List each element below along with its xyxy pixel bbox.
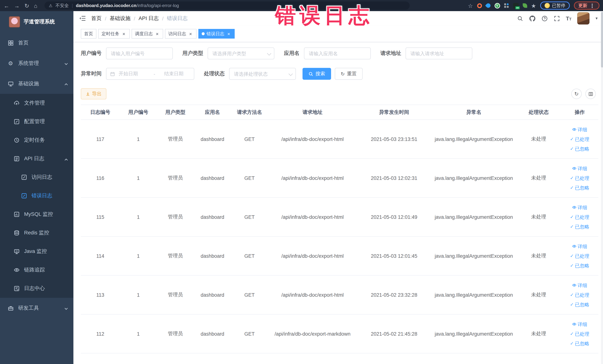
chart-icon bbox=[13, 211, 20, 218]
sidebar-item-error-log[interactable]: 错误日志 bbox=[0, 187, 73, 205]
tag-access-log[interactable]: 访问日志 × bbox=[165, 29, 197, 39]
font-size-icon[interactable]: TT bbox=[566, 15, 571, 21]
mark-ignored-link[interactable]: ✓已忽略 bbox=[570, 183, 589, 192]
sidebar-item-mysql-monitor[interactable]: MySQL 监控 bbox=[0, 205, 73, 224]
sidebar-item-api-log[interactable]: API 日志 bbox=[0, 150, 73, 168]
browser-forward-icon[interactable]: → bbox=[14, 3, 20, 8]
column-settings-button[interactable] bbox=[585, 89, 596, 99]
reset-button-label: 重置 bbox=[347, 70, 357, 77]
app-name-input[interactable] bbox=[304, 47, 371, 59]
tag-label: 调度日志 bbox=[135, 31, 153, 37]
browser-home-icon[interactable]: ⌂ bbox=[34, 3, 37, 8]
sidebar-item-label: 研发工具 bbox=[18, 305, 39, 311]
sidebar-item-scheduled-jobs[interactable]: 定时任务 bbox=[0, 131, 73, 150]
sidebar-item-dev-tools[interactable]: 研发工具 bbox=[0, 298, 73, 318]
cell-user-id: 1 bbox=[120, 175, 157, 181]
scrollbar[interactable] bbox=[601, 11, 603, 364]
reset-button[interactable]: ↻ 重置 bbox=[335, 68, 363, 80]
mark-processed-link[interactable]: ✓已处理 bbox=[570, 329, 589, 338]
tag-schedule-log[interactable]: 调度日志 × bbox=[132, 29, 163, 39]
sidebar-item-config-management[interactable]: 配置管理 bbox=[0, 112, 73, 131]
browser-back-icon[interactable]: ← bbox=[4, 3, 9, 8]
mark-ignored-link[interactable]: ✓已忽略 bbox=[570, 222, 589, 231]
process-status-select-input[interactable] bbox=[229, 68, 296, 80]
browser-profile-chip[interactable]: 已暂停 bbox=[540, 1, 570, 10]
sidebar-item-label: 文件管理 bbox=[24, 100, 45, 106]
browser-reload-icon[interactable]: ↻ bbox=[24, 3, 29, 8]
extension-drop-icon[interactable] bbox=[485, 2, 491, 9]
detail-link[interactable]: 详细 bbox=[572, 319, 587, 329]
detail-link[interactable]: 详细 bbox=[572, 164, 587, 173]
extensions-puzzle-icon[interactable]: ★ bbox=[531, 3, 536, 8]
sidebar-item-java-monitor[interactable]: Java 监控 bbox=[0, 242, 73, 261]
address-bar[interactable]: ⚠ 不安全 | dashboard.yudao.iocoder.cn/infra… bbox=[44, 1, 409, 10]
breadcrumb-infrastructure[interactable]: 基础设施 bbox=[110, 15, 130, 22]
tag-error-log[interactable]: 错误日志 × bbox=[198, 29, 235, 39]
mark-processed-link[interactable]: ✓已处理 bbox=[570, 251, 589, 260]
logo[interactable]: 芋道管理系统 bbox=[0, 11, 73, 33]
mark-ignored-link[interactable]: ✓已忽略 bbox=[570, 339, 589, 348]
user-avatar[interactable] bbox=[577, 12, 590, 24]
browser-update-button[interactable]: 更新 ⋮ bbox=[574, 1, 600, 10]
scrollbar-thumb[interactable] bbox=[601, 12, 603, 68]
cell-user-id: 1 bbox=[120, 214, 157, 220]
table-row: 117 1 管理员 dashboard GET /api/infra/db-do… bbox=[81, 120, 598, 159]
user-menu-caret-icon[interactable]: ▾ bbox=[596, 16, 598, 21]
request-url-input[interactable] bbox=[406, 47, 472, 59]
help-icon[interactable] bbox=[541, 15, 548, 22]
mark-ignored-link[interactable]: ✓已忽略 bbox=[570, 300, 589, 309]
cell-user-type: 管理员 bbox=[157, 175, 194, 181]
sidebar-item-redis-monitor[interactable]: Redis 监控 bbox=[0, 224, 73, 242]
user-type-select-input[interactable] bbox=[208, 47, 274, 59]
cell-actions: 详细 ✓已处理 ✓已忽略 bbox=[561, 164, 598, 192]
close-icon[interactable]: × bbox=[155, 31, 160, 36]
detail-link[interactable]: 详细 bbox=[572, 242, 587, 251]
browser-menu-icon[interactable]: ⋮ bbox=[590, 3, 595, 8]
sidebar-item-home[interactable]: 首页 bbox=[0, 33, 73, 53]
sidebar-item-tracing[interactable]: 链路追踪 bbox=[0, 261, 73, 279]
search-button[interactable]: 搜索 bbox=[302, 68, 331, 80]
mark-processed-link[interactable]: ✓已处理 bbox=[570, 212, 589, 222]
user-type-select[interactable] bbox=[208, 47, 274, 59]
process-status-select[interactable] bbox=[229, 68, 296, 80]
sidebar-item-log-center[interactable]: 日志中心 bbox=[0, 279, 73, 298]
search-icon[interactable] bbox=[517, 15, 523, 22]
sidebar-item-access-log[interactable]: 访问日志 bbox=[0, 168, 73, 187]
cell-log-id: 113 bbox=[81, 292, 120, 298]
sidebar-item-file-management[interactable]: 文件管理 bbox=[0, 94, 73, 112]
tag-home[interactable]: 首页 bbox=[81, 29, 96, 39]
user-id-input[interactable] bbox=[106, 47, 173, 59]
breadcrumb-home[interactable]: 首页 bbox=[91, 15, 102, 22]
sidebar-item-system[interactable]: ⚙ 系统管理 bbox=[0, 53, 73, 73]
fullscreen-icon[interactable] bbox=[554, 15, 560, 22]
github-icon[interactable] bbox=[529, 15, 535, 22]
extension-ring-icon[interactable] bbox=[477, 3, 482, 8]
bookmark-star-icon[interactable]: ☆ bbox=[468, 3, 473, 8]
extension-on-icon[interactable]: on bbox=[513, 3, 519, 8]
sidebar-item-label: 基础设施 bbox=[18, 80, 39, 87]
close-icon[interactable]: × bbox=[121, 31, 127, 36]
extension-leaf-icon[interactable] bbox=[522, 3, 527, 8]
mark-ignored-link[interactable]: ✓已忽略 bbox=[570, 261, 589, 270]
tag-scheduled-jobs[interactable]: 定时任务 × bbox=[98, 29, 130, 39]
detail-link[interactable]: 详细 bbox=[572, 281, 587, 290]
detail-link[interactable]: 详细 bbox=[572, 203, 587, 212]
mark-ignored-link[interactable]: ✓已忽略 bbox=[570, 144, 589, 153]
check-icon: ✓ bbox=[570, 176, 574, 180]
breadcrumb-api-log[interactable]: API 日志 bbox=[139, 15, 159, 22]
mark-processed-link[interactable]: ✓已处理 bbox=[570, 173, 589, 183]
exception-time-label: 异常时间 bbox=[81, 70, 102, 77]
detail-link[interactable]: 详细 bbox=[572, 125, 587, 134]
url-path: /infra/log/api-error-log bbox=[136, 3, 179, 8]
close-icon[interactable]: × bbox=[188, 31, 193, 36]
mark-processed-link[interactable]: ✓已处理 bbox=[570, 290, 589, 299]
mark-processed-link[interactable]: ✓已处理 bbox=[570, 134, 589, 144]
close-icon[interactable]: × bbox=[226, 31, 231, 36]
date-range-picker[interactable]: 开始日期 - 结束日期 bbox=[106, 68, 194, 80]
sidebar-fold-icon[interactable] bbox=[79, 15, 86, 22]
refresh-table-button[interactable]: ↻ bbox=[571, 89, 582, 99]
export-button[interactable]: 导出 bbox=[81, 88, 106, 99]
sidebar-item-infrastructure[interactable]: 基础设施 bbox=[0, 73, 73, 94]
extension-v-icon[interactable]: V bbox=[494, 3, 500, 8]
extension-grid-icon[interactable] bbox=[504, 3, 509, 8]
